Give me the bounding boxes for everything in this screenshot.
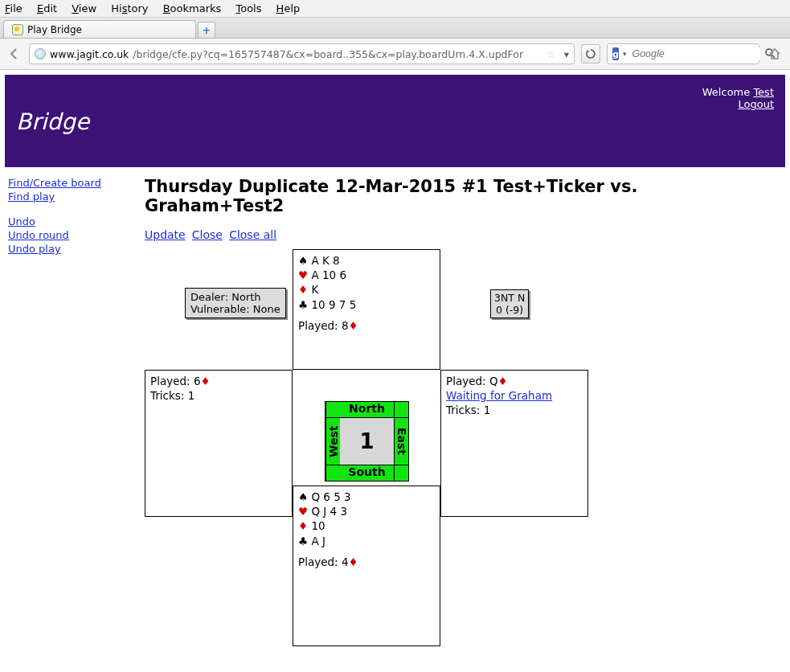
sidebar-find-play[interactable]: Find play (8, 191, 55, 203)
sidebar-undo-round[interactable]: Undo round (8, 229, 69, 241)
search-input[interactable] (630, 47, 760, 60)
vulnerable-label: Vulnerable: None (190, 303, 280, 315)
east-played-card: Q (489, 375, 498, 387)
heart-icon: ♥ (298, 505, 308, 518)
hand-east: Played: Q♦ Waiting for Graham Tricks: 1 (440, 370, 588, 517)
hand-west: Played: 6♦ Tricks: 1 (145, 370, 293, 517)
favicon-icon (12, 24, 23, 35)
east-played-label: Played: (446, 375, 489, 387)
back-button[interactable] (6, 46, 23, 62)
south-clubs: A J (311, 535, 325, 547)
action-close-all[interactable]: Close all (229, 228, 276, 241)
page-viewport: Welcome Test Logout Bridge Find/Create b… (0, 70, 790, 672)
url-path: /bridge/cfe.py?cq=165757487&cx=board..35… (133, 48, 523, 60)
heart-icon: ♥ (298, 268, 308, 281)
south-played-label: Played: (298, 555, 342, 568)
club-icon: ♣ (298, 298, 308, 311)
spade-icon: ♠ (298, 490, 308, 503)
action-links: Update Close Close all (145, 228, 782, 241)
url-dropdown-icon[interactable]: ▾ (564, 48, 569, 60)
logout-link[interactable]: Logout (738, 98, 774, 110)
tab-title: Play Bridge (27, 24, 82, 35)
dealer-label: Dealer: North (190, 291, 280, 303)
home-button[interactable] (766, 45, 784, 63)
menu-tools[interactable]: Tools (235, 2, 261, 14)
search-engine-icon[interactable]: g (612, 47, 619, 60)
main-content: Thursday Duplicate 12-Mar-2015 #1 Test+T… (145, 177, 782, 667)
south-spades: Q 6 5 3 (311, 490, 350, 503)
globe-icon (35, 48, 46, 59)
url-host: www.jagit.co.uk (50, 48, 129, 60)
search-engine-dropdown-icon[interactable]: ▾ (623, 50, 627, 58)
tab-strip: Play Bridge + (0, 18, 790, 39)
south-diamonds: 10 (311, 519, 325, 532)
page-heading: Thursday Duplicate 12-Mar-2015 #1 Test+T… (145, 177, 782, 215)
menu-view[interactable]: View (72, 2, 96, 14)
sidebar-undo[interactable]: Undo (8, 215, 35, 227)
spade-icon: ♠ (298, 254, 308, 267)
menu-history[interactable]: History (111, 2, 148, 14)
sidebar: Find/Create board Find play Undo Undo ro… (8, 177, 129, 667)
action-close[interactable]: Close (192, 228, 223, 241)
search-bar[interactable]: g ▾ (607, 43, 759, 64)
north-played-label: Played: (298, 319, 342, 332)
contract-line2: 0 (-9) (494, 304, 525, 316)
action-update[interactable]: Update (145, 228, 186, 241)
os-menubar: File Edit View History Bookmarks Tools H… (0, 0, 790, 18)
site-banner: Welcome Test Logout Bridge (5, 75, 785, 167)
hand-north: ♠ A K 8 ♥ A 10 6 ♦ K ♣ 10 9 7 5 Played: … (293, 249, 440, 370)
menu-bookmarks[interactable]: Bookmarks (163, 2, 222, 14)
browser-tab[interactable]: Play Bridge (3, 20, 196, 38)
south-hearts: Q J 4 3 (311, 505, 347, 518)
east-waiting-link[interactable]: Waiting for Graham (446, 389, 552, 402)
content-layout: Find/Create board Find play Undo Undo ro… (5, 167, 785, 672)
url-bar[interactable]: www.jagit.co.uk/bridge/cfe.py?cq=1657574… (29, 43, 575, 64)
east-played-suit-icon: ♦ (498, 375, 508, 387)
club-icon: ♣ (298, 535, 308, 547)
menu-edit[interactable]: Edit (37, 2, 57, 14)
compass: North West 1 East South (325, 401, 409, 481)
north-spades: A K 8 (311, 254, 339, 267)
west-played-label: Played: (150, 375, 194, 387)
north-diamonds: K (311, 283, 318, 296)
user-link[interactable]: Test (753, 86, 774, 98)
bookmark-star-icon[interactable]: ☆ (546, 48, 555, 60)
diamond-icon: ♦ (298, 519, 308, 532)
west-tricks: Tricks: 1 (150, 388, 287, 403)
south-played-suit-icon: ♦ (348, 555, 358, 568)
east-tricks: Tricks: 1 (446, 403, 583, 417)
sidebar-find-create[interactable]: Find/Create board (8, 177, 101, 189)
north-clubs: 10 9 7 5 (311, 298, 356, 311)
welcome-text: Welcome (702, 86, 754, 98)
nav-toolbar: www.jagit.co.uk/bridge/cfe.py?cq=1657574… (0, 39, 790, 70)
menu-file[interactable]: File (5, 2, 23, 14)
contract-box: 3NT N 0 (-9) (490, 289, 529, 318)
menu-help[interactable]: Help (276, 2, 301, 14)
board-number: 1 (340, 418, 394, 465)
sidebar-undo-play[interactable]: Undo play (8, 243, 61, 255)
hand-south: ♠ Q 6 5 3 ♥ Q J 4 3 ♦ 10 ♣ A J Played: 4… (293, 486, 440, 646)
contract-line1: 3NT N (494, 292, 525, 304)
north-played-suit-icon: ♦ (348, 319, 358, 332)
bridge-board: Dealer: North Vulnerable: None 3NT N 0 (… (145, 249, 755, 667)
site-title: Bridge (16, 109, 774, 135)
compass-west: West (325, 402, 340, 481)
west-played-suit-icon: ♦ (200, 375, 210, 387)
reload-button[interactable] (581, 44, 600, 64)
new-tab-button[interactable]: + (198, 22, 215, 38)
board-meta: Dealer: North Vulnerable: None (185, 288, 286, 318)
diamond-icon: ♦ (298, 283, 308, 296)
welcome-block: Welcome Test Logout (702, 86, 774, 110)
north-hearts: A 10 6 (311, 268, 346, 281)
